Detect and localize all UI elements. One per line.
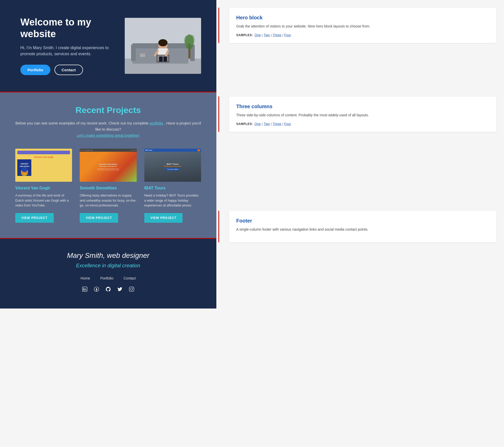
footer-nav-portfolio[interactable]: Portfolio: [100, 276, 113, 280]
vg-project-name[interactable]: Vincent Van Gogh: [15, 186, 72, 190]
footer-tagline: Excellence in digital creation: [15, 263, 201, 269]
footer-card: Footer A single-column footer with vario…: [229, 211, 496, 242]
projects-subtitle: Below you can see some examples of my re…: [15, 120, 201, 138]
sm-content: Smooth Smoothies Where flavour meets goo…: [80, 152, 136, 182]
ib-nav-bar: IBAT Travel ★: [144, 149, 201, 152]
svg-rect-14: [163, 57, 167, 62]
three-sample-two[interactable]: Two: [264, 122, 270, 126]
svg-rect-4: [131, 45, 136, 61]
footer-section: Mary Smith, web designer Excellence in d…: [0, 239, 216, 309]
contact-button[interactable]: Contact: [54, 65, 83, 75]
hero-sample-three[interactable]: Three: [273, 33, 281, 37]
svg-rect-13: [159, 57, 163, 62]
project-card-sm: DUTCH SMOOTHIES Newsletter Smooth Smooth…: [80, 149, 136, 223]
facebook-icon[interactable]: [94, 286, 99, 293]
ib-content: IBAT Tours Going further and faster You …: [144, 152, 201, 182]
svg-rect-32: [129, 287, 134, 291]
footer-social: [15, 286, 201, 293]
vg-site-title: Vincent van Gogh: [34, 156, 53, 158]
svg-rect-29: [83, 289, 84, 290]
twitter-icon[interactable]: [117, 286, 123, 293]
hero-text: Welcome to my website Hi, I'm Mary Smith…: [20, 17, 125, 75]
portfolio-button[interactable]: Portfolio: [20, 65, 50, 75]
contact-link[interactable]: Let's make something great together!: [77, 133, 139, 137]
hero-sample-two[interactable]: Two: [264, 33, 270, 37]
portfolio-link[interactable]: portfolio: [149, 121, 163, 125]
sm-project-name[interactable]: Smooth Smoothies: [80, 186, 136, 190]
three-sample-one[interactable]: One: [255, 122, 261, 126]
main-content: Welcome to my website Hi, I'm Mary Smith…: [0, 0, 216, 447]
hero-subtitle: Hi, I'm Mary Smith. I create digital exp…: [20, 45, 115, 57]
vg-project-desc: A summary of the life and work of Dutch …: [15, 193, 72, 208]
svg-text:VINCENT: VINCENT: [21, 163, 29, 165]
hero-block-title[interactable]: Hero block: [236, 15, 489, 21]
project-card-ib: IBAT Travel ★ IBAT Tours Going further a…: [144, 149, 201, 223]
hero-block-card: Hero block Grab the attention of visitor…: [229, 8, 496, 43]
vg-view-button[interactable]: VIEW PROJECT: [15, 213, 54, 223]
footer-name: Mary Smith, web designer: [15, 252, 201, 260]
three-columns-title[interactable]: Three columns: [236, 104, 489, 109]
svg-point-30: [83, 288, 84, 288]
projects-subtitle-text1: Below you can see some examples of my re…: [15, 121, 148, 125]
sidebar-spacer-2: [229, 139, 496, 211]
hero-illustration: [125, 18, 201, 74]
sm-nav-dot: [81, 150, 82, 151]
instagram-icon[interactable]: [129, 286, 134, 293]
hero-buttons: Portfolio Contact: [20, 65, 115, 75]
footer-nav-contact[interactable]: Contact: [123, 276, 136, 280]
svg-rect-19: [140, 53, 145, 57]
sm-nav-bar: DUTCH SMOOTHIES Newsletter: [80, 149, 136, 152]
sm-project-desc: Offering tasty alternatives to sugary an…: [80, 193, 136, 208]
three-sample-three[interactable]: Three: [273, 122, 281, 126]
projects-grid: Vincent van Gogh VINCENT VAN GOGH THE HU…: [15, 149, 201, 223]
svg-point-34: [133, 288, 133, 288]
svg-point-17: [184, 36, 189, 46]
vg-image-box: VINCENT VAN GOGH THE HUMBLE GENIUS: [17, 159, 31, 176]
hero-image: [125, 18, 201, 74]
vg-nav-bar: [17, 151, 70, 154]
sidebar-spacer-1: [229, 51, 496, 96]
svg-rect-20: [139, 53, 146, 54]
three-sample-four[interactable]: Four: [284, 122, 291, 126]
hero-block-samples: SAMPLES: One | Two | Three | Four: [236, 33, 489, 37]
svg-point-7: [158, 39, 167, 46]
svg-point-33: [130, 288, 133, 290]
github-icon[interactable]: [105, 286, 111, 293]
projects-title: Recent Projects: [15, 105, 201, 115]
svg-text:GENIUS: GENIUS: [22, 175, 27, 176]
svg-text:VAN GOGH: VAN GOGH: [20, 165, 29, 167]
sidebar: Hero block Grab the attention of visitor…: [216, 0, 504, 447]
three-columns-card: Three columns Three side-by-side columns…: [229, 96, 496, 132]
footer-card-desc: A single-column footer with various navi…: [236, 227, 489, 232]
footer-nav-home[interactable]: Home: [81, 276, 90, 280]
hero-samples-label: SAMPLES:: [236, 33, 253, 37]
footer-card-title[interactable]: Footer: [236, 218, 489, 224]
three-columns-samples: SAMPLES: One | Two | Three | Four: [236, 122, 489, 126]
sm-thumbnail: DUTCH SMOOTHIES Newsletter Smooth Smooth…: [80, 149, 136, 182]
footer-nav: Home Portfolio Contact: [15, 276, 201, 280]
ib-view-button[interactable]: VIEW PROJECT: [144, 213, 183, 223]
hero-block-desc: Grab the attention of visitors to your w…: [236, 24, 489, 29]
project-card-vg: Vincent van Gogh VINCENT VAN GOGH THE HU…: [15, 149, 72, 223]
hero-title: Welcome to my website: [20, 17, 115, 40]
three-columns-desc: Three side-by-side columns of content. P…: [236, 113, 489, 118]
sm-view-button[interactable]: VIEW PROJECT: [80, 213, 118, 223]
hero-section: Welcome to my website Hi, I'm Mary Smith…: [0, 0, 216, 92]
ib-project-name[interactable]: IBAT Tours: [144, 186, 201, 190]
ib-project-desc: Need a holiday? IBAT Tours provides a wi…: [144, 193, 201, 208]
three-samples-label: SAMPLES:: [236, 122, 253, 126]
ib-thumbnail: IBAT Travel ★ IBAT Tours Going further a…: [144, 149, 201, 182]
linkedin-icon[interactable]: [82, 286, 88, 293]
hero-sample-four[interactable]: Four: [284, 33, 291, 37]
projects-section: Recent Projects Below you can see some e…: [0, 92, 216, 238]
vg-thumbnail: Vincent van Gogh VINCENT VAN GOGH THE HU…: [15, 149, 72, 182]
svg-point-18: [189, 35, 194, 45]
hero-sample-one[interactable]: One: [255, 33, 261, 37]
svg-point-25: [21, 167, 27, 172]
